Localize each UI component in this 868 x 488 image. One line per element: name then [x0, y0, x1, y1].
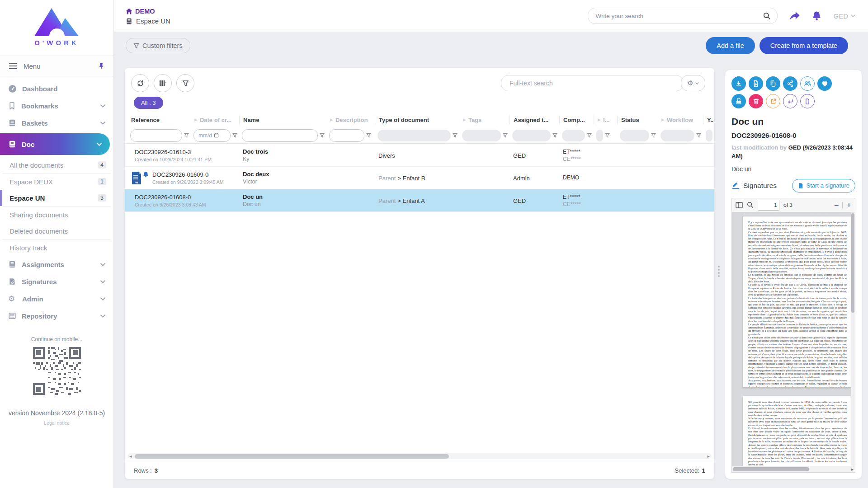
sidebar-item-doc[interactable]: Doc	[0, 133, 110, 155]
columns-button[interactable]	[154, 74, 172, 92]
share-forward-icon[interactable]	[789, 11, 800, 21]
scroll-thumb[interactable]	[733, 467, 809, 471]
download-button[interactable]	[731, 76, 746, 91]
notification-bell-icon[interactable]	[812, 11, 821, 21]
fulltext-search-input[interactable]	[509, 79, 676, 87]
column-header-workflow[interactable]: ▶Workflow	[658, 115, 703, 124]
filter-status-disabled[interactable]	[620, 130, 649, 141]
column-header-y[interactable]: Y...	[703, 115, 714, 124]
assign-users-button[interactable]	[800, 76, 815, 91]
funnel-icon[interactable]	[366, 133, 371, 138]
filter-name-input[interactable]	[242, 129, 318, 142]
sidebar-subitem-all-documents[interactable]: All the documents 4	[0, 157, 113, 173]
user-menu[interactable]: GED	[833, 12, 855, 20]
sidebar-item-assignments[interactable]: Assignments	[0, 256, 113, 273]
add-file-button[interactable]: Add a file	[706, 37, 755, 54]
filter-button[interactable]	[176, 74, 194, 92]
legal-notice-link[interactable]: Legal notice	[0, 420, 113, 426]
scroll-thumb[interactable]	[135, 454, 449, 459]
sidebar-item-signatures[interactable]: Signatures	[0, 273, 113, 290]
column-header-name[interactable]: Name	[239, 115, 326, 124]
column-header-reference[interactable]: Reference	[127, 115, 191, 124]
column-header-description[interactable]: ▶Description	[326, 115, 375, 124]
copy-button[interactable]	[766, 76, 780, 91]
favorite-button[interactable]	[817, 76, 832, 91]
scroll-track[interactable]	[134, 453, 705, 459]
funnel-icon[interactable]	[320, 133, 325, 138]
filter-date-input[interactable]: mm/d	[193, 129, 231, 142]
share-button[interactable]	[783, 76, 797, 91]
return-button[interactable]	[783, 94, 797, 108]
sidebar-item-admin[interactable]: ⚙ Admin	[0, 290, 113, 307]
filter-i-disabled[interactable]	[596, 130, 603, 141]
funnel-icon[interactable]	[696, 133, 701, 138]
scroll-right-arrow[interactable]: ▸	[851, 467, 855, 472]
pin-icon[interactable]	[98, 62, 104, 70]
menu-toggle[interactable]: Menu	[0, 56, 113, 76]
sidebar-toggle-icon[interactable]	[736, 202, 743, 208]
delete-button[interactable]	[749, 94, 763, 108]
scroll-right-arrow[interactable]: ▸	[705, 454, 712, 459]
panel-resize-handle[interactable]	[718, 264, 720, 278]
sidebar-item-dashboard[interactable]: Dashboard	[0, 80, 113, 97]
column-header-tags[interactable]: ▶Tags	[459, 115, 509, 124]
scroll-thumb[interactable]	[851, 213, 854, 313]
filter-company-disabled[interactable]	[562, 130, 585, 141]
funnel-icon[interactable]	[184, 133, 189, 138]
global-search-input[interactable]	[594, 12, 763, 20]
properties-button[interactable]	[800, 94, 815, 108]
column-header-status[interactable]: Status	[617, 115, 658, 124]
custom-filters-button[interactable]: Custom filters	[126, 38, 190, 53]
global-search[interactable]	[588, 8, 778, 24]
refresh-button[interactable]	[131, 74, 149, 92]
funnel-icon[interactable]	[605, 133, 610, 138]
search-icon[interactable]	[747, 202, 754, 208]
sidebar-item-baskets[interactable]: Baskets	[0, 114, 113, 131]
funnel-icon[interactable]	[503, 133, 508, 138]
filter-y-disabled[interactable]	[706, 130, 712, 141]
funnel-icon[interactable]	[453, 133, 458, 138]
all-count-badge[interactable]: All : 3	[134, 97, 163, 109]
column-header-company[interactable]: Comp...	[559, 115, 594, 124]
sidebar-subitem-espace-deux[interactable]: Espace DEUX 1	[0, 174, 113, 190]
pdf-horizontal-scrollbar[interactable]: ▸	[732, 466, 855, 472]
column-header-date[interactable]: ▶Date of cr...	[191, 115, 239, 124]
sidebar-subitem-history-track[interactable]: History track	[0, 239, 113, 256]
funnel-icon[interactable]	[651, 133, 656, 138]
table-row[interactable]: PDF DOC230926-01610-3 Created on 10/29/2…	[125, 144, 714, 167]
filter-workflow-disabled[interactable]	[660, 130, 694, 141]
page-number-input[interactable]	[758, 200, 779, 211]
funnel-icon[interactable]	[552, 133, 557, 138]
fulltext-search[interactable]	[501, 75, 684, 91]
open-external-button[interactable]	[766, 94, 780, 108]
filter-type-disabled[interactable]	[377, 130, 451, 141]
funnel-icon[interactable]	[587, 133, 592, 138]
table-row[interactable]: w DOC230926-01609-0 Created on 9/26/2023…	[125, 167, 714, 189]
zoom-out-button[interactable]: −	[834, 201, 839, 209]
sidebar-subitem-espace-un[interactable]: Espace UN 3	[0, 190, 113, 206]
sidebar-subitem-sharing-documents[interactable]: Sharing documents	[0, 206, 113, 223]
filter-reference-input[interactable]	[130, 129, 182, 142]
zoom-in-button[interactable]: +	[846, 201, 851, 209]
filter-assigned-disabled[interactable]	[512, 130, 551, 141]
column-header-type[interactable]: Type of document	[375, 115, 459, 124]
table-settings-button[interactable]: ⚙	[681, 75, 705, 91]
column-header-i[interactable]: ▶I...	[594, 115, 617, 124]
table-horizontal-scrollbar[interactable]: ◂ ▸	[127, 453, 712, 459]
filter-description-input[interactable]	[329, 129, 364, 142]
pdf-vertical-scrollbar[interactable]	[851, 212, 855, 466]
stamp-button[interactable]	[731, 94, 746, 108]
funnel-icon[interactable]	[232, 133, 237, 138]
upload-version-button[interactable]	[749, 76, 763, 91]
start-signature-button[interactable]: Start a signature	[792, 179, 855, 192]
table-row-selected[interactable]: PDF DOC230926-01608-0 Created on 9/26/20…	[125, 189, 714, 212]
breadcrumb-home[interactable]: DEMO	[126, 8, 170, 15]
sidebar-item-bookmarks[interactable]: Bookmarks	[0, 97, 113, 114]
search-icon[interactable]	[763, 12, 771, 20]
filter-tags-disabled[interactable]	[462, 130, 501, 141]
create-template-button[interactable]: Create from a template	[760, 37, 848, 54]
sidebar-subitem-deleted-documents[interactable]: Deleted documents	[0, 223, 113, 239]
scroll-left-arrow[interactable]: ◂	[127, 454, 134, 459]
column-header-assigned[interactable]: Assigned t...	[509, 115, 559, 124]
sidebar-item-repository[interactable]: Repository	[0, 307, 113, 324]
